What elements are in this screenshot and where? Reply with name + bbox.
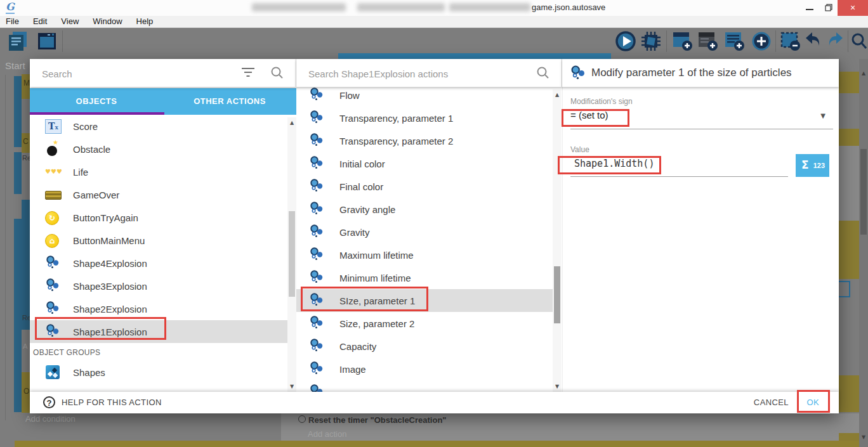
menu-file[interactable]: File <box>0 16 26 27</box>
action-list-item[interactable]: Transparency, parameter 1 <box>296 107 553 129</box>
filter-icon[interactable] <box>241 68 255 78</box>
action-list-item[interactable]: Initial color <box>296 152 553 175</box>
home-button-icon: ⌂ <box>45 232 62 249</box>
expression-123-label: 123 <box>813 162 825 169</box>
tab-objects[interactable]: OBJECTS <box>30 88 163 115</box>
action-list-scrollbar[interactable]: ▲ ▼ <box>553 89 562 392</box>
expression-builder-button[interactable]: Σ 123 <box>796 154 829 177</box>
action-list-item[interactable]: Transparency, parameter 2 <box>296 129 553 152</box>
scroll-up-icon[interactable]: ▲ <box>287 120 296 126</box>
scene-editor-icon[interactable] <box>36 30 58 55</box>
action-list-item[interactable]: Minimum lifetime <box>296 266 553 289</box>
object-list-item-label: ButtonMainMenu <box>73 235 145 246</box>
add-subevent-icon[interactable] <box>697 30 720 55</box>
editor-title: Modify parameter 1 of the size of partic… <box>591 59 792 87</box>
debug-icon[interactable] <box>640 30 662 55</box>
chevron-down-icon[interactable]: ▼ <box>820 112 825 119</box>
search-icon[interactable] <box>270 66 284 82</box>
object-list-item-label: ButtonTryAgain <box>73 212 138 223</box>
app-window: G game.json.autosave × FileEditViewWindo… <box>0 0 868 447</box>
tab-other-actions[interactable]: OTHER ACTIONS <box>163 88 296 115</box>
object-list-item-label: Shape3Explosion <box>73 281 147 292</box>
particles-icon <box>45 255 62 271</box>
action-list-item[interactable]: SIze, parameter 1 <box>296 289 553 312</box>
action-list-item[interactable]: Gravity angle <box>296 198 553 221</box>
search-icon[interactable] <box>536 66 550 82</box>
restore-icon <box>820 0 838 16</box>
scroll-down-icon[interactable]: ▼ <box>859 434 868 440</box>
toolbar-separator <box>62 30 63 52</box>
project-manager-icon[interactable] <box>6 30 29 55</box>
menu-window[interactable]: Window <box>86 16 129 27</box>
sign-select[interactable]: = (set to) <box>570 110 608 120</box>
object-search-input[interactable] <box>41 63 233 84</box>
action-list-item-label: Gravity <box>339 227 370 238</box>
action-list-item-partial[interactable] <box>296 380 553 392</box>
redo-icon[interactable] <box>824 30 845 54</box>
action-list: FlowTransparency, parameter 1Transparenc… <box>296 87 553 392</box>
object-list-item[interactable]: ⌂ButtonMainMenu <box>30 229 287 252</box>
object-list-item[interactable]: Shape1Explosion <box>30 320 287 343</box>
remove-selection-icon[interactable] <box>779 30 802 55</box>
object-list-item[interactable]: Shape4Explosion <box>30 252 287 275</box>
menu-help[interactable]: Help <box>129 16 161 27</box>
select-underline <box>570 129 833 129</box>
scrollbar-thumb[interactable] <box>289 211 295 297</box>
ok-button[interactable]: OK <box>806 392 819 413</box>
action-list-item-label: Flow <box>339 90 360 101</box>
object-list-item[interactable]: ★Obstacle <box>30 138 287 160</box>
action-list-item[interactable]: Gravity <box>296 221 553 243</box>
cancel-button[interactable]: CANCEL <box>754 392 789 413</box>
play-icon[interactable] <box>614 30 637 55</box>
particles-icon <box>309 338 326 354</box>
particles-icon <box>309 133 326 149</box>
scroll-down-icon[interactable]: ▼ <box>553 384 562 389</box>
action-list-item[interactable]: Size, parameter 2 <box>296 312 553 335</box>
hearts-icon: ♥♥♥ <box>45 164 62 180</box>
value-input[interactable] <box>573 157 785 170</box>
object-list-item-label: Shape2Explosion <box>73 304 147 314</box>
help-icon[interactable]: ? <box>43 396 55 408</box>
action-list-item-label: SIze, parameter 1 <box>339 295 415 306</box>
particles-icon <box>309 315 326 332</box>
add-circle-icon[interactable] <box>750 30 773 55</box>
action-list-item[interactable]: Maximum lifetime <box>296 243 553 266</box>
object-list-item[interactable]: Shape2Explosion <box>30 297 287 320</box>
restore-button[interactable] <box>820 0 838 16</box>
object-list-item[interactable]: ♥♥♥Life <box>30 160 287 183</box>
active-tab-indicator <box>30 112 164 115</box>
close-button[interactable]: × <box>838 0 868 16</box>
group-list-item-label: Shapes <box>73 367 105 378</box>
scrollbar-thumb[interactable] <box>554 266 560 323</box>
action-list-item[interactable]: Flow <box>296 87 553 107</box>
action-list-item[interactable]: Final color <box>296 175 553 198</box>
particles-icon <box>309 155 326 172</box>
object-list-item[interactable]: ↻ButtonTryAgain <box>30 206 287 229</box>
action-search-input[interactable] <box>307 63 519 84</box>
action-list-item[interactable]: Image <box>296 358 553 380</box>
object-list-item[interactable]: TxScore <box>30 115 287 138</box>
undo-icon[interactable] <box>803 30 825 54</box>
minimize-button[interactable] <box>801 0 819 16</box>
search-icon[interactable] <box>850 30 868 54</box>
toolbar-separator <box>666 30 667 52</box>
menu-edit[interactable]: Edit <box>26 16 54 27</box>
background-event-bar <box>15 441 859 447</box>
main-scrollbar[interactable]: ▲ ▼ <box>859 59 868 447</box>
particles-icon <box>309 224 326 240</box>
scrollbar-thumb[interactable] <box>860 149 867 235</box>
object-list-scrollbar[interactable]: ▲ ▼ <box>287 117 296 392</box>
group-list-item[interactable]: Shapes <box>30 361 287 384</box>
add-event-icon[interactable] <box>671 30 694 55</box>
help-link[interactable]: HELP FOR THIS ACTION <box>62 392 162 413</box>
action-list-item[interactable]: Capacity <box>296 335 553 358</box>
object-list-item[interactable]: GameOver <box>30 183 287 206</box>
add-action-text: Add action <box>308 429 346 439</box>
add-comment-icon[interactable] <box>723 30 746 55</box>
object-list-item[interactable]: Shape3Explosion <box>30 275 287 297</box>
menu-view[interactable]: View <box>54 16 86 27</box>
scroll-down-icon[interactable]: ▼ <box>287 384 296 389</box>
scroll-up-icon[interactable]: ▲ <box>859 70 868 76</box>
scroll-up-icon[interactable]: ▲ <box>553 92 562 98</box>
particles-icon <box>309 201 326 217</box>
